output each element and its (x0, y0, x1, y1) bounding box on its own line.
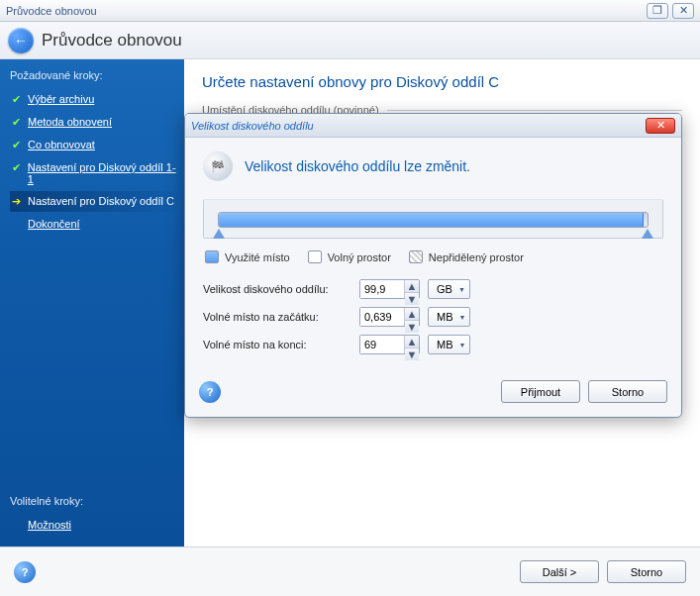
step-options[interactable]: • Možnosti (10, 515, 184, 535)
wizard-header: ← Průvodce obnovou (0, 22, 700, 59)
dialog-close-button[interactable]: ✕ (646, 118, 675, 134)
legend-used-label: Využité místo (225, 251, 290, 263)
dialog-title: Velikost diskového oddílu (191, 120, 314, 132)
step-label: Možnosti (28, 519, 71, 531)
step-label: Výběr archivu (28, 93, 94, 105)
check-icon: ✔ (12, 161, 22, 174)
step-label: Dokončení (28, 218, 80, 230)
chevron-down-icon: ▼ (407, 293, 418, 305)
step-method[interactable]: ✔ Metoda obnovení (10, 112, 184, 133)
slider-handle-left[interactable] (213, 229, 225, 239)
chevron-down-icon: ▼ (458, 286, 465, 293)
chevron-up-icon: ▲ (407, 336, 418, 348)
window-titlebar: Průvodce obnovou ❐ ✕ (0, 0, 700, 22)
step-archive[interactable]: ✔ Výběr archivu (10, 89, 184, 110)
before-unit-select[interactable]: MB ▼ (428, 307, 470, 327)
legend-unalloc: Nepřidělený prostor (409, 250, 524, 263)
unit-label: MB (437, 311, 453, 323)
cancel-button[interactable]: Storno (607, 560, 686, 583)
window-close-button[interactable]: ✕ (672, 3, 694, 19)
before-label: Volné místo na začátku: (203, 311, 351, 323)
back-arrow-icon: ← (14, 33, 28, 49)
main-panel: Určete nastavení obnovy pro Diskový oddí… (184, 59, 700, 546)
swatch-used-icon (205, 250, 219, 263)
dialog-help-button[interactable]: ? (199, 381, 221, 403)
window-title: Průvodce obnovou (6, 5, 97, 17)
partition-slider-frame (203, 199, 663, 239)
step-label: Co obnovovat (28, 139, 95, 150)
chevron-up-icon: ▲ (407, 280, 418, 292)
sidebar: Požadované kroky: ✔ Výběr archivu ✔ Meto… (0, 59, 184, 546)
partition-slider[interactable] (218, 212, 649, 228)
required-steps-label: Požadované kroky: (10, 69, 184, 81)
close-icon: ✕ (679, 4, 688, 17)
before-input[interactable] (360, 308, 404, 326)
partition-slider-fill (219, 213, 644, 227)
size-up-button[interactable]: ▲ (405, 280, 419, 293)
close-icon: ✕ (656, 119, 665, 132)
chevron-down-icon: ▼ (459, 314, 466, 321)
dialog-titlebar: Velikost diskového oddílu ✕ (185, 114, 681, 138)
step-label: Metoda obnovení (28, 116, 112, 128)
step-what[interactable]: ✔ Co obnovovat (10, 135, 184, 155)
after-label: Volné místo na konci: (203, 339, 351, 350)
unit-label: GB (437, 283, 452, 295)
check-icon: ✔ (12, 139, 22, 151)
slider-handle-right[interactable] (642, 229, 653, 239)
legend-used: Využité místo (205, 250, 290, 263)
before-spinner[interactable]: ▲ ▼ (359, 307, 420, 327)
size-down-button[interactable]: ▼ (405, 293, 419, 305)
before-up-button[interactable]: ▲ (405, 308, 419, 321)
size-label: Velikost diskového oddílu: (203, 283, 351, 295)
check-icon: ✔ (12, 93, 22, 106)
wizard-footer: ? Další > Storno (0, 546, 700, 596)
optional-steps-label: Volitelné kroky: (10, 495, 184, 507)
after-up-button[interactable]: ▲ (405, 336, 419, 348)
dialog-cancel-button[interactable]: Storno (588, 380, 667, 403)
before-down-button[interactable]: ▼ (405, 321, 419, 333)
help-button[interactable]: ? (14, 561, 36, 583)
after-down-button[interactable]: ▼ (405, 348, 419, 360)
chevron-down-icon: ▼ (407, 321, 418, 333)
dialog-heading: Velikost diskového oddílu lze změnit. (245, 158, 470, 174)
after-spinner[interactable]: ▲ ▼ (359, 335, 420, 354)
restore-icon: ❐ (652, 4, 662, 17)
after-input[interactable] (360, 336, 404, 353)
step-finish[interactable]: • Dokončení (10, 214, 184, 234)
chevron-down-icon: ▼ (407, 348, 418, 360)
step-partition-c[interactable]: ➔ Nastavení pro Diskový oddíl C (10, 191, 184, 212)
accept-button[interactable]: Přijmout (501, 380, 580, 403)
size-unit-select[interactable]: GB ▼ (428, 279, 470, 299)
back-button[interactable]: ← (8, 28, 34, 53)
swatch-free-icon (308, 250, 322, 263)
size-spinner[interactable]: ▲ ▼ (359, 279, 420, 299)
unit-label: MB (437, 339, 453, 350)
main-heading: Určete nastavení obnovy pro Diskový oddí… (202, 73, 682, 90)
next-button[interactable]: Další > (520, 560, 599, 583)
help-icon: ? (207, 386, 214, 398)
check-icon: ✔ (12, 116, 22, 129)
partition-size-dialog: Velikost diskového oddílu ✕ 🏁 Velikost d… (184, 113, 682, 418)
flag-icon: 🏁 (203, 151, 233, 181)
step-partition-1-1[interactable]: ✔ Nastavení pro Diskový oddíl 1-1 (10, 157, 184, 189)
arrow-icon: ➔ (12, 195, 22, 208)
chevron-up-icon: ▲ (407, 308, 418, 320)
step-label: Nastavení pro Diskový oddíl 1-1 (28, 161, 178, 185)
chevron-down-icon: ▼ (459, 342, 466, 348)
page-title: Průvodce obnovou (42, 31, 182, 50)
window-restore-button[interactable]: ❐ (647, 3, 668, 19)
legend: Využité místo Volný prostor Nepřidělený … (205, 250, 661, 263)
legend-free-label: Volný prostor (328, 251, 391, 263)
swatch-unalloc-icon (409, 250, 423, 263)
help-icon: ? (22, 566, 29, 578)
step-label: Nastavení pro Diskový oddíl C (28, 195, 174, 207)
legend-free: Volný prostor (308, 250, 391, 263)
legend-unalloc-label: Nepřidělený prostor (429, 251, 524, 263)
after-unit-select[interactable]: MB ▼ (428, 335, 470, 354)
size-input[interactable] (360, 280, 404, 298)
